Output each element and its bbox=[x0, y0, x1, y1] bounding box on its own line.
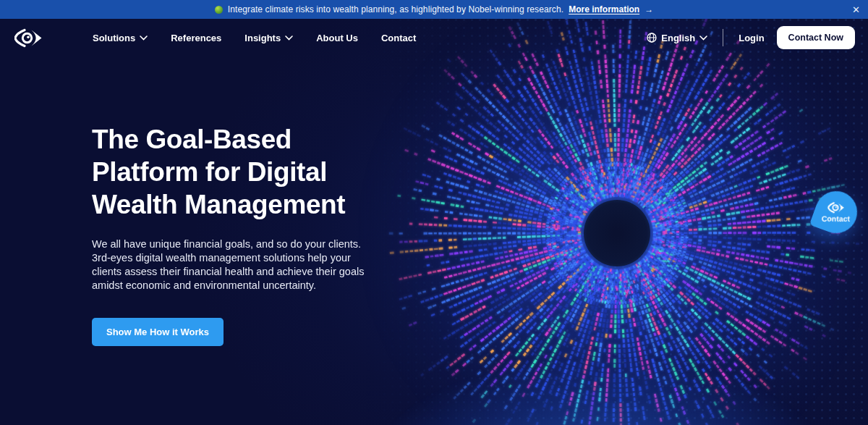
more-information-link[interactable]: More information bbox=[569, 4, 639, 14]
hero-description: We all have unique financial goals, and … bbox=[92, 237, 374, 293]
chevron-down-icon bbox=[285, 35, 293, 41]
nav-item-references[interactable]: References bbox=[171, 33, 221, 43]
navbar: Solutions References Insights About Us C… bbox=[0, 19, 868, 56]
vertical-divider bbox=[723, 29, 723, 46]
nav-item-about-us[interactable]: About Us bbox=[316, 33, 358, 43]
nav-item-label: Contact bbox=[381, 33, 416, 43]
globe-icon bbox=[647, 33, 657, 43]
eye-pupil-shape bbox=[27, 35, 30, 38]
arrow-right-icon: → bbox=[644, 4, 653, 14]
nav-menu: Solutions References Insights About Us C… bbox=[93, 33, 416, 43]
language-selector[interactable]: English bbox=[647, 33, 707, 43]
eye-icon bbox=[827, 202, 845, 214]
hero-section: The Goal-Based Platform for Digital Weal… bbox=[92, 123, 410, 346]
landing-page: Integrate climate risks into wealth plan… bbox=[0, 0, 868, 425]
nav-item-contact[interactable]: Contact bbox=[381, 33, 416, 43]
nav-item-label: About Us bbox=[316, 33, 358, 43]
nav-item-solutions[interactable]: Solutions bbox=[93, 33, 148, 43]
contact-now-button[interactable]: Contact Now bbox=[777, 26, 855, 49]
eye-iris-shape bbox=[22, 33, 31, 42]
nav-item-insights[interactable]: Insights bbox=[244, 33, 293, 43]
floating-contact-label: Contact bbox=[822, 214, 850, 223]
close-icon[interactable]: ✕ bbox=[852, 5, 860, 14]
title-line-3: Wealth Management bbox=[92, 188, 410, 221]
nav-item-label: Insights bbox=[244, 33, 281, 43]
floating-contact-inner: Contact bbox=[822, 202, 850, 223]
announcement-bar: Integrate climate risks into wealth plan… bbox=[0, 0, 868, 19]
eco-globe-icon bbox=[215, 6, 223, 14]
title-line-1: The Goal-Based bbox=[92, 123, 410, 156]
nav-item-label: Solutions bbox=[93, 33, 135, 43]
eye-arrow-shape bbox=[32, 30, 42, 46]
title-line-2: Platform for Digital bbox=[92, 156, 410, 188]
page-title: The Goal-Based Platform for Digital Weal… bbox=[92, 123, 410, 221]
logo-3rd-eyes[interactable] bbox=[14, 28, 42, 48]
login-link[interactable]: Login bbox=[739, 33, 764, 43]
announcement-message: Integrate climate risks into wealth plan… bbox=[228, 4, 563, 14]
language-label: English bbox=[661, 33, 695, 43]
show-me-how-it-works-button[interactable]: Show Me How it Works bbox=[92, 318, 224, 346]
nav-item-label: References bbox=[171, 33, 221, 43]
nav-right: English Login Contact Now bbox=[647, 26, 855, 49]
chevron-down-icon bbox=[699, 35, 707, 41]
chevron-down-icon bbox=[140, 35, 148, 41]
